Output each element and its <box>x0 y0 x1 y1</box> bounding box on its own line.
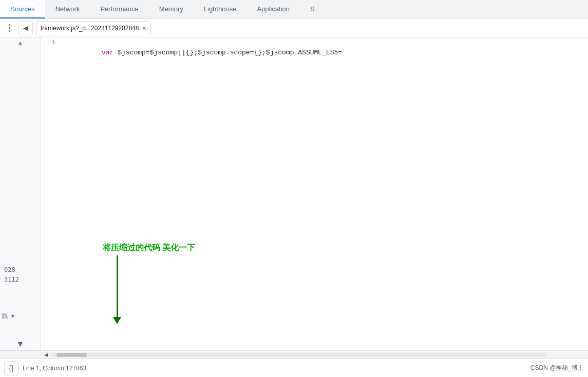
nav-back-button[interactable]: ◀ <box>18 21 33 35</box>
dropdown-button[interactable]: ▼ <box>10 313 15 319</box>
nav-back-icon: ◀ <box>23 24 28 32</box>
scroll-up-button[interactable]: ▲ <box>0 37 41 48</box>
tab-more-label: S <box>310 5 315 13</box>
line-code-1: var $jscomp=$jscomp||{};$jscomp.scope={}… <box>62 37 342 68</box>
sidebar-eye-area: 眼 ▼ <box>0 310 41 323</box>
keyword-var: var <box>102 49 113 56</box>
file-tab-name: framework.js?_d...20231129202848 <box>41 25 139 32</box>
format-icon: {} <box>9 364 13 372</box>
annotation-text: 将压缩过的代码 美化一下 <box>103 243 195 253</box>
tab-network-label: Network <box>55 5 80 13</box>
file-tab[interactable]: framework.js?_d...20231129202848 × <box>36 21 151 35</box>
sidebar-num-2: 3112 <box>4 275 36 285</box>
tab-sources[interactable]: Sources <box>0 0 45 18</box>
scroll-left-icon: ◀ <box>44 352 48 358</box>
sidebar-numbers: 028 3112 <box>0 263 41 287</box>
tab-more[interactable]: S <box>300 0 325 18</box>
code-content: $jscomp=$jscomp||{};$jscomp.scope={};$js… <box>113 49 342 56</box>
scroll-up-icon: ▲ <box>18 40 23 46</box>
toolbar: ◀ framework.js?_d...20231129202848 × <box>0 19 588 37</box>
line-number-1: 1 <box>41 37 62 48</box>
scroll-left-button[interactable]: ◀ <box>41 351 51 359</box>
hscroll-track[interactable] <box>51 353 547 357</box>
annotation-container: 将压缩过的代码 美化一下 <box>103 243 195 324</box>
arrow-line <box>117 255 118 317</box>
tab-memory[interactable]: Memory <box>149 0 194 18</box>
tab-application-label: Application <box>257 5 290 13</box>
arrow-head-icon <box>113 317 121 324</box>
status-text: Line 1, Column 127863 <box>23 365 86 372</box>
main-content: ▲ 028 3112 眼 ▼ ▼ 1 var $jscomp=$jscomp||… <box>0 37 588 350</box>
eye-text: 眼 <box>2 312 8 321</box>
tab-bar: Sources Network Performance Memory Light… <box>0 0 588 19</box>
menu-button[interactable] <box>2 21 16 35</box>
menu-dot-1 <box>9 24 10 26</box>
menu-dot-3 <box>9 30 10 32</box>
arrow-down-icon: ▼ <box>16 340 25 349</box>
sidebar-content: 028 3112 眼 ▼ <box>0 48 41 338</box>
tab-performance-label: Performance <box>100 5 138 13</box>
watermark: CSDN @神秘_博士 <box>530 364 584 372</box>
horizontal-scrollbar: ◀ <box>0 350 588 359</box>
bottom-bar: {} Line 1, Column 127863 CSDN @神秘_博士 <box>0 359 588 377</box>
file-tab-close-button[interactable]: × <box>142 25 146 32</box>
tab-sources-label: Sources <box>10 5 35 13</box>
tab-performance[interactable]: Performance <box>90 0 148 18</box>
tab-lighthouse-label: Lighthouse <box>204 5 237 13</box>
annotation-arrow <box>113 255 121 324</box>
menu-dot-2 <box>9 27 10 29</box>
sidebar-arrow-down-button[interactable]: ▼ <box>0 338 41 350</box>
left-sidebar: ▲ 028 3112 眼 ▼ ▼ <box>0 37 41 350</box>
code-area: 1 var $jscomp=$jscomp||{};$jscomp.scope=… <box>41 37 588 350</box>
hscroll-thumb[interactable] <box>56 353 87 357</box>
tab-memory-label: Memory <box>159 5 183 13</box>
code-line-1: 1 var $jscomp=$jscomp||{};$jscomp.scope=… <box>41 37 588 68</box>
tab-network[interactable]: Network <box>45 0 90 18</box>
format-button[interactable]: {} <box>4 361 18 375</box>
sidebar-num-1: 028 <box>4 265 36 275</box>
tab-lighthouse[interactable]: Lighthouse <box>194 0 247 18</box>
tab-application[interactable]: Application <box>246 0 300 18</box>
